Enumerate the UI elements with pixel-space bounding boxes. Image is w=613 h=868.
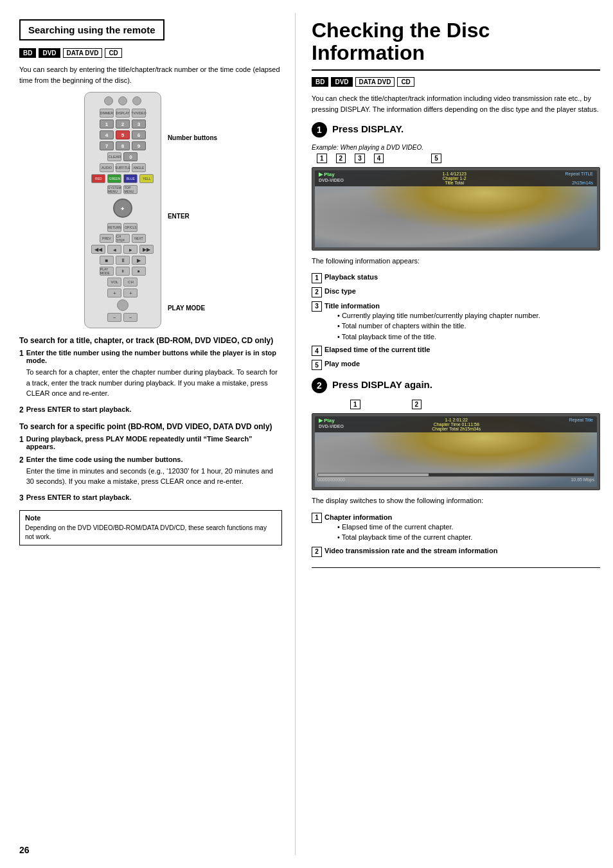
dvd2-play-status: ▶ PlayDVD-VIDEO	[319, 418, 344, 431]
remote-pause-btn: ⏸	[116, 256, 130, 265]
remote-circle2	[118, 96, 127, 105]
info-num-2: 2	[312, 287, 322, 297]
info2-item-2: 2 Video transmission rate and the stream…	[312, 547, 600, 557]
bullet-3-2: Total number of chapters within the titl…	[337, 321, 540, 332]
remote-red-btn: RED	[91, 174, 105, 183]
remote-num-row4: CLEAR 0	[89, 152, 157, 161]
step1-bold: Enter the title number using the number …	[26, 349, 282, 364]
remote-small-row1: DIMMER DISPLAY TV/VIDEO	[89, 109, 157, 118]
remote-display-btn: DISPLAY	[116, 109, 130, 118]
step2-num: 2	[19, 405, 24, 416]
remote-chapter-row: PREV CH STEP NEXT	[89, 234, 157, 243]
remote-ch-up: +	[123, 288, 138, 297]
intro-text: You can search by entering the title/cha…	[19, 64, 282, 85]
dvd-sunflower2-img: ▶ PlayDVD-VIDEO 1-1 2:01:22Chapter Time …	[315, 416, 597, 487]
info-item-3: 3 Title information Currently playing ti…	[312, 301, 600, 342]
remote-green-btn: GREEN	[107, 174, 121, 183]
remote-prev-btn: PREV	[100, 234, 114, 243]
dvd-overlay-top: ▶ PlayDVD-VIDEO 1-1 4/12123Chapter 1-2Ti…	[315, 170, 597, 186]
dvd2-chapter-info: 1-1 2:01:22Chapter Time 01:11:58Chapter …	[432, 418, 481, 431]
info-label-1: Playback status	[324, 273, 378, 281]
badge-bd: BD	[19, 48, 36, 58]
progress-bar-bg	[317, 473, 594, 477]
remote-wrapper: DIMMER DISPLAY TV/VIDEO 1 2 3 4 5 6	[84, 92, 217, 328]
subsec2-step2-content: Enter the time code using the number but…	[26, 456, 282, 491]
remote-transport-row2: ■ ⏸ ▶	[89, 256, 157, 265]
remote-blue-btn: BLUE	[123, 174, 138, 183]
step2-circle: 2	[312, 378, 327, 393]
dvd-sunflower-img: ▶ PlayDVD-VIDEO 1-1 4/12123Chapter 1-2Ti…	[315, 170, 597, 247]
num-label-1: 1	[317, 154, 327, 163]
remote-image: DIMMER DISPLAY TV/VIDEO 1 2 3 4 5 6	[84, 92, 161, 328]
remote-yellow-btn: YELL	[139, 174, 154, 183]
subsec2-step2-row: 2 Enter the time code using the number b…	[19, 456, 282, 491]
num-label2-1: 1	[350, 400, 360, 409]
step2-bold: Press ENTER to start playback.	[26, 405, 132, 413]
remote-num-row3: 7 8 9	[89, 141, 157, 150]
remote-play-btn: ▶	[132, 256, 146, 265]
remote-slowfwd-btn: ▶	[123, 245, 138, 254]
remote-stop-btn: ■	[100, 256, 114, 265]
info-item-5: 5 Play mode	[312, 360, 600, 370]
right-column: Checking the Disc Information BD DVD DAT…	[296, 13, 613, 855]
remote-tvvideo-btn: TV/VIDEO	[132, 109, 146, 118]
num-label2-2: 2	[412, 400, 422, 409]
page-number: 26	[19, 845, 30, 855]
remote-enter-btn: ✚	[113, 199, 132, 218]
badge-datadvd-r: DATA DVD	[355, 77, 395, 87]
remote-return-row: RETURN OP/CLS	[89, 223, 157, 232]
remote-btn-8: 8	[116, 141, 130, 150]
info-items-step2: 1 Chapter information Elapsed time of th…	[312, 513, 600, 557]
remote-subtitle-btn: SUBTITLE	[116, 163, 130, 172]
info-appears-text: The following information appears:	[312, 256, 600, 267]
info2-label-2: Video transmission rate and the stream i…	[324, 547, 497, 554]
info-switches-text: The display switches to show the followi…	[312, 495, 600, 506]
format-badges-right: BD DVD DATA DVD CD	[312, 77, 600, 87]
remote-btn-3: 3	[132, 120, 146, 128]
remote-system-menu-btn: SYSTEM MENU	[107, 185, 121, 194]
remote-menu-row: SYSTEM MENU TOP MENU	[89, 185, 157, 194]
note-text: Depending on the DVD VIDEO/BD-ROM/DATA D…	[25, 524, 276, 542]
progress-rate: 10.65 Mbps	[571, 477, 594, 482]
remote-enter-cluster: ✚	[89, 196, 157, 220]
dvd-time-mode: Repeat TITLE2h15m14s	[565, 172, 593, 185]
remote-vol-up: +	[107, 288, 121, 297]
label-enter: ENTER	[168, 213, 217, 220]
remote-stop2-btn: ■	[132, 267, 146, 276]
remote-btn-9: 9	[132, 141, 146, 150]
badge-datadvd: DATA DVD	[63, 48, 103, 58]
subsec2-heading: To search for a specific point (BD-ROM, …	[19, 422, 282, 431]
info2-num-1: 1	[312, 513, 322, 523]
remote-chstep-btn: CH STEP	[116, 234, 130, 243]
remote-ch-label: CH	[123, 278, 138, 287]
subsec2-step1-content: During playback, press PLAY MODE repeate…	[26, 435, 282, 453]
remote-audio-btn: AUDIO	[100, 163, 114, 172]
remote-num-row1: 1 2 3	[89, 120, 157, 128]
subsec2-step1-row: 1 During playback, press PLAY MODE repea…	[19, 435, 282, 453]
note-title: Note	[25, 514, 276, 522]
step1-content: Enter the title number using the number …	[26, 349, 282, 403]
info2-label-1: Chapter information	[324, 513, 392, 521]
remote-next-btn: NEXT	[132, 234, 146, 243]
dvd-play-status: ▶ PlayDVD-VIDEO	[319, 172, 344, 185]
badge-cd: CD	[105, 48, 121, 58]
remote-volup-row: + +	[89, 288, 157, 297]
remote-clear-btn: CLEAR	[107, 152, 121, 161]
remote-pause2-btn: ⏸	[116, 267, 130, 276]
subsec1-heading: To search for a title, chapter, or track…	[19, 336, 282, 345]
dvd2-overlay-top: ▶ PlayDVD-VIDEO 1-1 2:01:22Chapter Time …	[315, 416, 597, 432]
remote-return-btn: RETURN	[107, 223, 121, 232]
step1-row: 1 Enter the title number using the numbe…	[19, 349, 282, 403]
info-content-3: Title information Currently playing titl…	[324, 301, 540, 342]
section-title-box: Searching using the remote	[19, 19, 164, 40]
subsec2-step2-num: 2	[19, 456, 24, 491]
info-label-2: Disc type	[324, 287, 356, 295]
remote-topmenu-btn: TOP MENU	[123, 185, 138, 194]
info-num-1: 1	[312, 273, 322, 283]
remote-power-btn	[104, 96, 113, 105]
step1-num: 1	[19, 349, 24, 403]
info-bullets-3: Currently playing title number/currently…	[337, 310, 540, 342]
subsec2-step3-row: 3 Press ENTER to start playback.	[19, 493, 282, 504]
num-label-2: 2	[336, 154, 346, 163]
dvd-title-info: 1-1 4/12123Chapter 1-2Title Total	[443, 172, 466, 185]
